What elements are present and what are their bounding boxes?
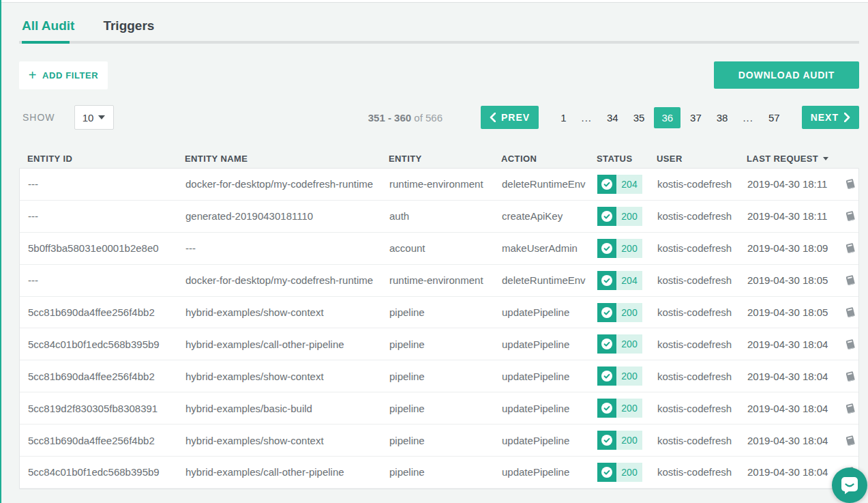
page-number[interactable]: 36: [654, 107, 680, 128]
cell-action: deleteRuntimeEnv: [502, 178, 597, 190]
page-number: ...: [737, 108, 759, 128]
cell-entity: runtime-environment: [389, 274, 502, 286]
audit-payload-button[interactable]: [843, 178, 858, 190]
plus-icon: +: [29, 68, 37, 82]
last-request-label: LAST REQUEST: [747, 154, 818, 164]
chat-launcher-button[interactable]: [832, 468, 867, 503]
column-header-last-request[interactable]: LAST REQUEST: [747, 154, 842, 164]
cell-entity-name: hybrid-examples/call-other-pipeline: [185, 339, 389, 350]
book-icon: [845, 435, 856, 446]
cell-last-request: 2019-04-30 18:04: [747, 466, 843, 478]
success-check-icon: [597, 303, 616, 322]
audit-payload-button[interactable]: [843, 274, 858, 286]
cell-entity-id: ---: [28, 274, 185, 286]
cell-last-request: 2019-04-30 18:04: [747, 435, 843, 446]
column-header-entity[interactable]: ENTITY: [389, 154, 501, 164]
audit-payload-button[interactable]: [843, 435, 858, 446]
cell-entity-id: 5cc81b690da4ffee256f4bb2: [28, 435, 185, 446]
column-header-status[interactable]: STATUS: [597, 154, 657, 164]
success-check-icon: [597, 431, 616, 450]
page-number[interactable]: 57: [763, 108, 785, 128]
cell-entity-name: hybrid-examples/show-context: [185, 371, 389, 382]
sort-desc-icon: [823, 157, 828, 160]
show-label: SHOW: [23, 112, 55, 123]
cell-action: updatePipeline: [502, 403, 597, 414]
book-icon: [845, 210, 856, 222]
audit-payload-button[interactable]: [843, 339, 858, 350]
audit-payload-button[interactable]: [843, 242, 858, 254]
cell-entity-id: 5cc84c01b0f1edc568b395b9: [28, 466, 185, 478]
status-code-badge: 204: [616, 271, 642, 290]
cell-status: 204: [597, 271, 657, 290]
cell-status: 200: [597, 399, 657, 418]
page-number[interactable]: 38: [711, 108, 734, 128]
range-current: 351 - 360: [368, 112, 411, 124]
cell-last-request: 2019-04-30 18:05: [747, 306, 843, 318]
range-total: 566: [425, 112, 443, 124]
cell-last-request: 2019-04-30 18:04: [747, 371, 843, 382]
page-numbers: 1...3435363738...57: [553, 107, 788, 128]
cell-user: kostis-codefresh: [657, 339, 747, 350]
cell-entity: pipeline: [389, 306, 502, 318]
cell-entity: pipeline: [389, 403, 502, 414]
cell-entity-name: hybrid-examples/call-other-pipeline: [185, 466, 389, 478]
audit-table: --- docker-for-desktop/my-codefresh-runt…: [19, 168, 859, 489]
tab-all-audit[interactable]: All Audit: [22, 18, 74, 41]
cell-entity-id: ---: [28, 210, 185, 222]
cell-entity-id: 5cc84c01b0f1edc568b395b9: [28, 339, 185, 350]
success-check-icon: [597, 367, 616, 386]
table-row: --- docker-for-desktop/my-codefresh-runt…: [20, 265, 858, 297]
audit-payload-button[interactable]: [843, 210, 858, 222]
cell-entity: pipeline: [389, 466, 502, 478]
cell-action: createApiKey: [502, 210, 597, 222]
page-size-select[interactable]: 10: [74, 105, 114, 130]
add-filter-label: ADD FILTER: [42, 70, 98, 81]
table-row: 5cc819d2f830305fb8308391 hybrid-examples…: [20, 392, 858, 425]
top-divider: [0, 0, 868, 3]
column-header-entity-id[interactable]: ENTITY ID: [27, 154, 185, 164]
table-row: 5b0ff3ba58031e0001b2e8e0 --- account mak…: [20, 233, 858, 265]
status-code-badge: 200: [616, 207, 642, 226]
page-number[interactable]: 37: [685, 108, 707, 128]
audit-payload-button[interactable]: [843, 403, 858, 414]
success-check-icon: [597, 271, 616, 290]
status-code-badge: 200: [616, 239, 642, 258]
tab-triggers[interactable]: Triggers: [103, 18, 154, 41]
cell-entity-id: 5cc819d2f830305fb8308391: [28, 403, 185, 414]
next-button[interactable]: NEXT: [802, 106, 859, 129]
cell-status: 204: [597, 175, 657, 194]
cell-entity: runtime-environment: [389, 178, 502, 190]
download-audit-button[interactable]: DOWNLOAD AUDIT: [714, 61, 859, 89]
table-controls: SHOW 10 351 - 360 of 566 PREV 1...343536…: [19, 105, 859, 130]
book-icon: [845, 403, 856, 414]
status-code-badge: 200: [616, 463, 642, 482]
cell-entity-id: 5cc81b690da4ffee256f4bb2: [28, 371, 185, 382]
cell-user: kostis-codefresh: [657, 371, 747, 382]
audit-payload-button[interactable]: [843, 371, 858, 382]
cell-last-request: 2019-04-30 18:04: [747, 403, 843, 414]
add-filter-button[interactable]: + ADD FILTER: [19, 61, 108, 89]
page-number[interactable]: 1: [555, 108, 571, 128]
cell-last-request: 2019-04-30 18:11: [747, 210, 843, 222]
column-header-action[interactable]: ACTION: [501, 154, 597, 164]
cell-entity: auth: [389, 210, 502, 222]
cell-entity-name: hybrid-examples/show-context: [185, 435, 389, 446]
next-label: NEXT: [811, 112, 839, 123]
audit-payload-button[interactable]: [843, 306, 858, 318]
table-row: 5cc81b690da4ffee256f4bb2 hybrid-examples…: [20, 360, 858, 392]
cell-user: kostis-codefresh: [657, 466, 747, 478]
prev-button[interactable]: PREV: [481, 106, 539, 129]
column-header-user[interactable]: USER: [657, 154, 747, 164]
column-header-entity-name[interactable]: ENTITY NAME: [185, 154, 389, 164]
status-code-badge: 200: [616, 334, 642, 354]
cell-status: 200: [597, 367, 657, 386]
page-number[interactable]: 34: [601, 108, 624, 128]
cell-entity-id: 5cc81b690da4ffee256f4bb2: [28, 306, 185, 318]
page-number[interactable]: 35: [628, 108, 650, 128]
cell-user: kostis-codefresh: [657, 403, 747, 414]
cell-action: updatePipeline: [502, 339, 597, 350]
book-icon: [845, 178, 856, 190]
toolbar: + ADD FILTER DOWNLOAD AUDIT: [19, 61, 859, 89]
cell-last-request: 2019-04-30 18:04: [747, 339, 843, 350]
cell-last-request: 2019-04-30 18:05: [747, 274, 843, 286]
